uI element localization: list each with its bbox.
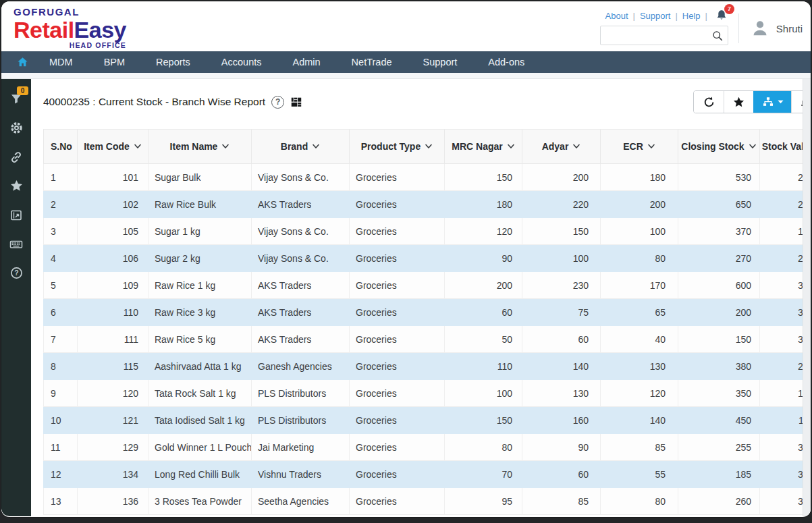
cell-closing-stock: 185 bbox=[678, 461, 760, 488]
nav-item-add-ons[interactable]: Add-ons bbox=[472, 51, 540, 73]
cell-s-no: 8 bbox=[44, 353, 78, 380]
table-row[interactable]: 7111Raw Rice 5 kgAKS TradersGroceries506… bbox=[44, 326, 811, 353]
nav-item-nettrade[interactable]: NetTrade bbox=[336, 51, 408, 73]
nav-item-support[interactable]: Support bbox=[408, 51, 473, 73]
cell-s-no: 6 bbox=[44, 299, 78, 326]
nav-item-admin[interactable]: Admin bbox=[277, 51, 336, 73]
table-row[interactable]: 12134Long Red Chilli BulkVishnu TradersG… bbox=[44, 461, 811, 488]
separator: | bbox=[633, 11, 635, 21]
column-header-brand[interactable]: Brand bbox=[252, 130, 350, 164]
popout-window-icon[interactable] bbox=[1, 200, 31, 229]
table-row[interactable]: 6110Raw Rice 3 kgAKS TradersGroceries607… bbox=[44, 299, 811, 326]
cell-closing-stock: 270 bbox=[678, 245, 760, 272]
link-support[interactable]: Support bbox=[640, 11, 671, 21]
cell-s-no: 9 bbox=[44, 380, 78, 407]
nav-item-reports[interactable]: Reports bbox=[140, 51, 206, 73]
search-icon[interactable] bbox=[711, 30, 724, 42]
grid-view-icon[interactable] bbox=[290, 97, 302, 108]
filter-icon[interactable]: 0 bbox=[1, 84, 31, 113]
table-row[interactable]: 11129Gold Winner 1 L PouchJai MarketingG… bbox=[44, 434, 811, 461]
stock-report-table: S.NoItem CodeItem NameBrandProduct TypeM… bbox=[43, 129, 811, 515]
cell-item-code: 129 bbox=[78, 434, 148, 461]
table-row[interactable]: 5109Raw Rice 1 kgAKS TradersGroceries200… bbox=[44, 272, 811, 299]
table-row[interactable]: 4106Sugar 2 kgVijay Sons & Co.Groceries9… bbox=[44, 245, 811, 272]
cell-closing-stock: 260 bbox=[678, 488, 760, 515]
refresh-icon bbox=[703, 96, 715, 109]
cell-ecr: 40 bbox=[601, 326, 678, 353]
link-glyph bbox=[9, 150, 23, 164]
cell-adyar: 130 bbox=[522, 380, 601, 407]
column-header-product-type[interactable]: Product Type bbox=[350, 130, 445, 164]
cell-brand: AKS Traders bbox=[252, 326, 350, 353]
home-icon[interactable] bbox=[11, 51, 34, 73]
report-panel: 40000235 : Current Stock - Branch Wise R… bbox=[31, 79, 811, 516]
gear-glyph bbox=[9, 121, 24, 135]
view-toolbar bbox=[693, 90, 811, 113]
cell-brand: Vijay Sons & Co. bbox=[252, 164, 350, 191]
report-header: 40000235 : Current Stock - Branch Wise R… bbox=[43, 79, 811, 114]
table-row[interactable]: 3105Sugar 1 kgVijay Sons & Co.Groceries1… bbox=[44, 218, 811, 245]
cell-mrc-nagar: 200 bbox=[445, 272, 522, 299]
refresh-button[interactable] bbox=[694, 91, 724, 113]
cell-item-name: Raw Rice 3 kg bbox=[148, 299, 252, 326]
table-row[interactable]: 131363 Roses Tea PowderSeetha AgenciesGr… bbox=[44, 488, 811, 515]
link-about[interactable]: About bbox=[605, 11, 628, 21]
hierarchy-view-button[interactable] bbox=[753, 91, 791, 113]
bell-icon[interactable]: 7 bbox=[713, 9, 728, 22]
link-help[interactable]: Help bbox=[682, 11, 701, 21]
column-header-closing-stock[interactable]: Closing Stock bbox=[678, 130, 760, 164]
separator: | bbox=[675, 11, 677, 21]
table-row[interactable]: 2102Raw Rice BulkAKS TradersGroceries180… bbox=[44, 191, 811, 218]
brand-product-easy: Easy bbox=[74, 17, 126, 43]
column-header-ecr[interactable]: ECR bbox=[601, 130, 678, 164]
nav-items: MDMBPMReportsAccountsAdminNetTradeSuppor… bbox=[34, 51, 540, 73]
content-area: 0 bbox=[1, 79, 811, 516]
column-label: Product Type bbox=[361, 141, 421, 152]
help-icon[interactable]: ? bbox=[1, 258, 31, 287]
cell-adyar: 200 bbox=[522, 164, 601, 191]
column-header-item-name[interactable]: Item Name bbox=[148, 130, 252, 164]
keyboard-glyph bbox=[9, 237, 24, 252]
cell-product-type: Groceries bbox=[350, 326, 445, 353]
column-label: Brand bbox=[281, 141, 308, 152]
cell-ecr: 85 bbox=[601, 434, 678, 461]
column-header-adyar[interactable]: Adyar bbox=[522, 130, 601, 164]
svg-text:?: ? bbox=[14, 269, 18, 277]
cell-item-code: 110 bbox=[78, 299, 148, 326]
table-body: 1101Sugar BulkVijay Sons & Co.Groceries1… bbox=[44, 164, 811, 515]
table-row[interactable]: 1101Sugar BulkVijay Sons & Co.Groceries1… bbox=[44, 164, 811, 191]
keyboard-icon[interactable] bbox=[1, 229, 31, 258]
table-row[interactable]: 8115Aashirvaad Atta 1 kgGanesh AgenciesG… bbox=[44, 353, 811, 380]
cell-mrc-nagar: 60 bbox=[445, 299, 522, 326]
nav-item-accounts[interactable]: Accounts bbox=[206, 51, 277, 73]
cell-brand: PLS Distributors bbox=[252, 380, 350, 407]
favorite-button[interactable] bbox=[724, 91, 753, 113]
cell-ecr: 100 bbox=[601, 218, 678, 245]
column-label: Closing Stock bbox=[681, 141, 744, 152]
vertical-scrollbar[interactable] bbox=[803, 79, 811, 516]
cell-item-code: 115 bbox=[78, 353, 148, 380]
table-row[interactable]: 9120Tata Rock Salt 1 kgPLS DistributorsG… bbox=[44, 380, 811, 407]
nav-item-mdm[interactable]: MDM bbox=[34, 51, 88, 73]
cell-item-name: Sugar Bulk bbox=[148, 164, 252, 191]
cell-item-name: Raw Rice 1 kg bbox=[148, 272, 252, 299]
column-header-item-code[interactable]: Item Code bbox=[78, 130, 148, 164]
notification-badge: 7 bbox=[724, 4, 734, 14]
link-icon[interactable] bbox=[1, 142, 31, 171]
cell-ecr: 130 bbox=[601, 353, 678, 380]
gear-icon[interactable] bbox=[1, 113, 31, 142]
cell-ecr: 200 bbox=[601, 191, 678, 218]
cell-ecr: 140 bbox=[601, 407, 678, 434]
help-circle-icon[interactable]: ? bbox=[271, 96, 284, 109]
cell-closing-stock: 200 bbox=[678, 299, 760, 326]
column-header-mrc-nagar[interactable]: MRC Nagar bbox=[445, 130, 522, 164]
cell-item-code: 120 bbox=[78, 380, 148, 407]
search-input[interactable] bbox=[606, 30, 711, 41]
star-icon[interactable] bbox=[1, 171, 31, 200]
table-head: S.NoItem CodeItem NameBrandProduct TypeM… bbox=[44, 130, 811, 164]
user-menu[interactable]: Shruti bbox=[738, 13, 803, 43]
topbar-links: About|Support|Help| 7 bbox=[600, 8, 728, 23]
nav-item-bpm[interactable]: BPM bbox=[88, 51, 140, 73]
table-row[interactable]: 10121Tata Iodised Salt 1 kgPLS Distribut… bbox=[44, 407, 811, 434]
page-title: 40000235 : Current Stock - Branch Wise R… bbox=[43, 96, 265, 108]
